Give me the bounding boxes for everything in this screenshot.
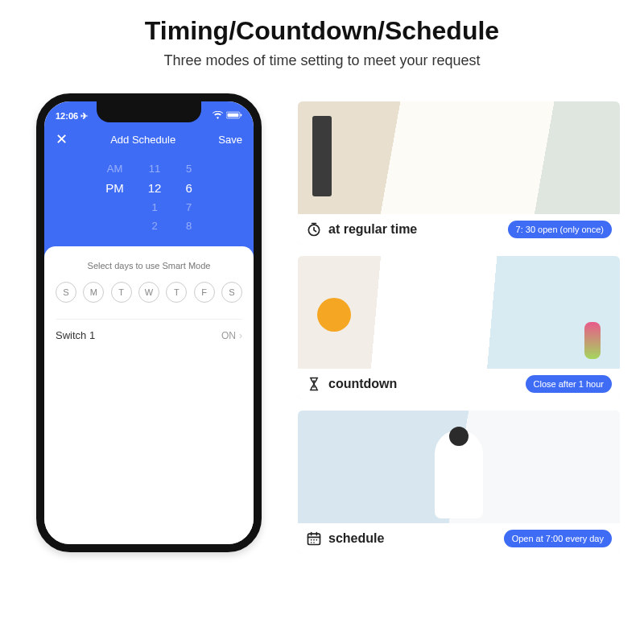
card-label: schedule [328, 531, 384, 546]
page-title: Timing/Countdown/Schedule [24, 16, 620, 46]
hour-selected: 12 [148, 181, 162, 195]
card-photo [298, 101, 620, 214]
time-picker[interactable]: AM PM 11 12 1 2 [44, 158, 254, 259]
hour-next1: 1 [151, 201, 157, 213]
ampm-selected: PM [105, 181, 124, 195]
ampm-prev: AM [107, 163, 123, 175]
svg-rect-2 [228, 114, 239, 118]
close-icon[interactable]: ✕ [56, 132, 68, 147]
hourglass-icon [306, 376, 322, 392]
svg-point-7 [316, 539, 318, 541]
card-photo [298, 256, 620, 369]
days-row: S M T W T F S [56, 282, 242, 303]
card-schedule: schedule Open at 7:00 every day [298, 411, 620, 554]
day-wed[interactable]: W [138, 282, 159, 303]
day-thu[interactable]: T [166, 282, 187, 303]
nav-title: Add Schedule [110, 134, 175, 146]
card-regular-time: at regular time 7: 30 open (only once) [298, 101, 620, 245]
page-subtitle: Three modes of time setting to meet your… [24, 52, 620, 69]
min-next1: 7 [186, 201, 192, 213]
status-icons [203, 109, 242, 122]
svg-rect-1 [241, 114, 242, 116]
chevron-right-icon: › [239, 330, 242, 341]
switch-value: ON [221, 330, 236, 341]
battery-icon [226, 111, 242, 121]
day-sat[interactable]: S [221, 282, 242, 303]
svg-point-6 [313, 539, 315, 541]
phone-notch [97, 101, 201, 122]
card-countdown: countdown Close after 1 hour [298, 256, 620, 399]
svg-point-9 [313, 542, 315, 543]
hour-prev: 11 [149, 163, 160, 175]
switch-row[interactable]: Switch 1 ON › [56, 319, 242, 351]
hour-next2: 2 [151, 220, 157, 232]
signal-icon [203, 109, 209, 122]
clock-icon [306, 221, 322, 237]
min-selected: 6 [185, 181, 192, 195]
day-fri[interactable]: F [194, 282, 215, 303]
card-label: countdown [328, 377, 397, 391]
switch-label: Switch 1 [56, 329, 95, 341]
min-next2: 8 [186, 220, 192, 232]
card-photo [298, 411, 620, 523]
save-button[interactable]: Save [218, 134, 242, 146]
day-mon[interactable]: M [83, 282, 104, 303]
status-time: 12:06 ✈ [56, 111, 88, 122]
min-prev: 5 [186, 163, 192, 175]
phone-frame: 12:06 ✈ [36, 93, 262, 552]
card-label: at regular time [328, 222, 417, 237]
card-badge: Open at 7:00 every day [504, 530, 612, 547]
svg-point-8 [311, 542, 312, 543]
day-tue[interactable]: T [111, 282, 132, 303]
calendar-icon [306, 530, 322, 547]
svg-point-5 [311, 539, 312, 541]
wifi-icon [213, 111, 223, 121]
card-badge: 7: 30 open (only once) [508, 221, 612, 238]
card-badge: Close after 1 hour [526, 375, 612, 393]
day-sun[interactable]: S [56, 282, 76, 303]
sheet-title: Select days to use Smart Mode [56, 261, 242, 270]
